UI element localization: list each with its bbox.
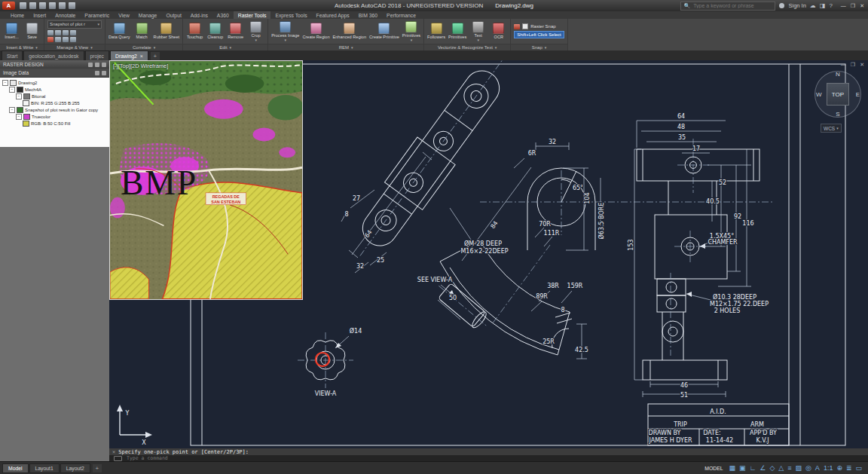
selection-cycling-icon[interactable]: ◎ [805, 465, 811, 472]
close-tab-icon[interactable]: × [140, 54, 143, 59]
rubber-sheet-button[interactable]: Rubber Sheet [154, 23, 180, 39]
tree-expand-icon[interactable]: − [16, 93, 22, 99]
app-logo[interactable]: A [2, 2, 15, 10]
viewcube[interactable]: N S W E TOP [815, 71, 861, 118]
help-search-box[interactable]: 🔍 [680, 2, 775, 11]
file-tab-start[interactable]: Start [2, 50, 23, 60]
new-layout-button[interactable]: + [93, 464, 102, 472]
new-tab-button[interactable]: + [151, 52, 160, 60]
ribbon-tab-insert[interactable]: Insert [29, 11, 50, 19]
close-icon[interactable]: ✕ [860, 3, 864, 9]
workspace-icon[interactable]: ⊕ [836, 465, 842, 472]
ribbon-tab-add-ins[interactable]: Add-ins [186, 11, 212, 19]
palette-close-icon[interactable] [102, 63, 106, 67]
viewcube-south[interactable]: S [836, 111, 839, 118]
enhanced-region-button[interactable]: Enhanced Region [333, 23, 366, 39]
osnap-icon[interactable]: △ [778, 465, 784, 472]
image-data-refresh-icon[interactable] [102, 71, 106, 75]
raster-image-overlay[interactable]: REGADAS DE SAN ESTEBAN BMP [109, 60, 303, 300]
app-store-icon[interactable]: ◨ [820, 2, 826, 9]
wcs-dropdown[interactable]: WCS ▾ [821, 124, 842, 133]
a360-icon[interactable]: ☁ [810, 2, 816, 9]
viewcube-east[interactable]: E [856, 91, 860, 98]
create-primitive-button[interactable]: Create Primitive [369, 23, 399, 39]
tree-item-bitonal[interactable]: −Bitonal [0, 93, 109, 99]
palette-properties-icon[interactable] [95, 63, 99, 67]
ribbon-tab-home[interactable]: Home [6, 11, 29, 19]
panel-label-rem[interactable]: REM▾ [268, 44, 423, 50]
insert-button[interactable]: Insert... [3, 23, 20, 39]
panel-label-correlate[interactable]: Correlate▾ [105, 44, 182, 50]
primitives-button[interactable]: Primitives [448, 23, 466, 39]
panel-label-insert-write[interactable]: Insert & Write▾ [0, 44, 44, 50]
tree-item-truecolor[interactable]: −Truecolor [0, 113, 109, 120]
raster-snap-checkbox[interactable] [522, 23, 528, 29]
data-query-button[interactable]: Data Query [108, 23, 130, 39]
image-data-menu-icon[interactable] [95, 71, 99, 75]
close-icon[interactable]: ✕ [112, 449, 115, 455]
crop-button[interactable]: Crop▾ [247, 21, 264, 41]
tree-expand-icon[interactable]: − [9, 87, 15, 93]
grid-icon[interactable]: ▦ [729, 465, 735, 472]
unload-image-icon[interactable] [47, 37, 53, 42]
layout-tab-layout1[interactable]: Layout1 [29, 463, 60, 473]
tree-item-snapshot-of-plot-result-in-gator-copy[interactable]: −Snapshot of plot result in Gator copy [0, 106, 109, 113]
annotation-visibility-icon[interactable]: A [815, 465, 820, 472]
new-icon[interactable] [20, 2, 26, 9]
process-image-button[interactable]: Process Image▾ [271, 21, 299, 41]
file-tab-geolocation-autodesk[interactable]: geolocation_autodesk [23, 50, 84, 60]
ribbon-tab-featured-apps[interactable]: Featured Apps [312, 11, 354, 19]
annotation-scale-label[interactable]: 1:1 [824, 465, 833, 472]
ribbon-tab-express-tools[interactable]: Express Tools [270, 11, 311, 19]
restore-icon[interactable]: ❐ [851, 3, 855, 9]
hide-image-icon[interactable] [55, 30, 61, 35]
search-input[interactable] [692, 2, 772, 9]
panel-label-vectorize-recognize-text[interactable]: Vectorize & Recognize Text▾ [424, 44, 510, 50]
ribbon-tab-output[interactable]: Output [161, 11, 185, 19]
image-select-dropdown[interactable]: Snapshot of plot r▾ [47, 20, 102, 29]
ribbon-tab-a360[interactable]: A360 [212, 11, 234, 19]
snap-icon[interactable]: ▣ [739, 465, 746, 472]
transparency-icon[interactable]: ▨ [795, 465, 802, 472]
viewcube-west[interactable]: W [816, 91, 822, 98]
show-image-icon[interactable] [47, 30, 53, 35]
histogram-icon[interactable] [70, 37, 76, 42]
ribbon-tab-manage[interactable]: Manage [134, 11, 162, 19]
close-icon[interactable]: ✕ [860, 62, 864, 68]
match-button[interactable]: Match [133, 23, 151, 39]
polar-tracking-icon[interactable]: ∠ [760, 465, 766, 472]
shift-left-click-select-button[interactable]: Shift+Left Click Select [514, 31, 564, 38]
ribbon-tab-performance[interactable]: Performance [382, 11, 420, 19]
file-tab-projec[interactable]: projec [85, 50, 110, 60]
layout-tab-layout2[interactable]: Layout2 [60, 463, 90, 473]
ortho-icon[interactable]: ∟ [749, 465, 756, 472]
ribbon-tab-view[interactable]: View [114, 11, 134, 19]
ribbon-tab-annotate[interactable]: Annotate [50, 11, 80, 19]
remove-button[interactable]: Remove [227, 23, 244, 39]
viewcube-north[interactable]: N [836, 71, 840, 78]
ocr-button[interactable]: OCR [490, 23, 507, 39]
touchup-button[interactable]: Touchup [186, 23, 203, 39]
ribbon-tab-parametric[interactable]: Parametric [80, 11, 114, 19]
hardware-acceleration-icon[interactable]: ≣ [846, 465, 852, 472]
ribbon-tab-raster-tools[interactable]: Raster Tools [234, 11, 271, 19]
panel-label-snap[interactable]: Snap▾ [511, 44, 567, 50]
isodraft-icon[interactable]: ◇ [769, 465, 775, 472]
plot-icon[interactable] [49, 2, 56, 9]
followers-button[interactable]: Followers [427, 23, 445, 39]
tree-item-bin-r-255-g-255-b-255[interactable]: BIN: R:255 G:255 B:255 [0, 99, 109, 106]
tree-item-drawing2[interactable]: −Drawing2 [0, 79, 109, 86]
save-button[interactable]: Save [23, 23, 41, 39]
tree-expand-icon[interactable]: − [2, 80, 8, 86]
viewport-controls-label[interactable]: [-][Top][2D Wireframe] [113, 63, 168, 69]
viewcube-top-face[interactable]: TOP [827, 83, 849, 106]
redo-icon[interactable] [69, 2, 75, 9]
zoom-to-image-icon[interactable] [70, 30, 76, 35]
cleanup-button[interactable]: Cleanup [206, 23, 224, 39]
tree-item-rgb-b-50-c-50-fill[interactable]: RGB: B:50 C:50 Fill [0, 120, 109, 127]
lineweight-icon[interactable]: ≡ [787, 465, 791, 472]
image-data-section-header[interactable]: Image Data [0, 69, 109, 78]
panel-label-edit[interactable]: Edit▾ [183, 44, 267, 50]
tree-item-mech4a[interactable]: −Mech4A [0, 86, 109, 93]
image-frame-icon[interactable] [63, 30, 69, 35]
